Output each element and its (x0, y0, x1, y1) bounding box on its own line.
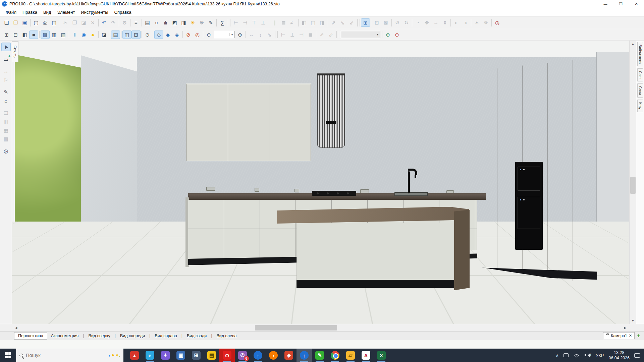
space-evenly-h-button[interactable]: ∥ (270, 18, 279, 27)
add-camera-button[interactable]: + (635, 332, 642, 339)
scroll-up-icon[interactable]: ▲ (630, 41, 636, 47)
start-button[interactable] (0, 349, 16, 362)
view-tab-5[interactable]: Вид справа (151, 333, 180, 339)
view-tab-4[interactable]: Вид спереди (116, 333, 149, 339)
view-shaded-button[interactable]: ■ (29, 31, 38, 39)
find-zoom-button[interactable]: ◎ (1, 146, 11, 155)
contour-tool-button[interactable]: ⌂ (1, 96, 11, 105)
pro100-active-taskbar-button[interactable]: ↑ (297, 349, 312, 362)
snap-edges-button[interactable]: ◇ (154, 31, 163, 39)
dimension-tool-button[interactable]: ↔ (1, 67, 11, 75)
maximize-button[interactable]: ❐ (613, 0, 629, 8)
zoom-in-button[interactable]: ⊕ (235, 31, 245, 39)
camera-lens-button[interactable]: ◉ (79, 31, 88, 39)
grid-floor-button[interactable]: ◫ (122, 31, 131, 39)
menu-3[interactable]: Вид (40, 9, 54, 15)
firefox-taskbar-button[interactable]: ◗ (266, 349, 281, 362)
distribute-bottom-button[interactable]: ⊥ (259, 18, 268, 27)
tilt-left-button[interactable]: ⇗ (317, 31, 326, 39)
add-element-button[interactable]: ▭ (1, 55, 11, 63)
free-rotate-button[interactable]: ◔ (413, 18, 422, 27)
render-burst-button[interactable]: ❋ (197, 18, 206, 27)
rotate-z-button[interactable]: ⇙ (347, 18, 356, 27)
fit-height-button[interactable]: ↕ (256, 31, 265, 39)
paper-preview-button[interactable]: ▤ (111, 31, 120, 39)
price-list-button[interactable]: ∑ (218, 18, 227, 27)
ungroup-button[interactable]: ⊠ (381, 18, 390, 27)
collisions-off-button[interactable]: ⊘ (184, 31, 193, 39)
view-photo-button[interactable]: ▧ (59, 31, 68, 39)
ellipse-tool-button[interactable]: ○ (152, 18, 161, 27)
rotate-y-button[interactable]: ⇘ (338, 18, 347, 27)
distribute-top-button[interactable]: ⊤ (250, 18, 259, 27)
view-tab-2[interactable]: Аксонометрия (47, 333, 83, 339)
scroll-right-icon[interactable]: ▶ (622, 324, 629, 331)
align-left-button[interactable]: ◧ (300, 18, 309, 27)
edge-taskbar-button[interactable]: e (142, 349, 158, 362)
side-tab-kray[interactable]: Kray (637, 100, 643, 112)
view-sketch-button[interactable]: ⊟ (11, 31, 20, 39)
remove-element-scene-button[interactable]: ⊖ (392, 31, 401, 39)
callout-tool-button[interactable]: ⚐ (1, 75, 11, 84)
print-button[interactable]: ⎙ (41, 18, 50, 27)
scroll-down-icon[interactable]: ▼ (630, 317, 636, 324)
excel-taskbar-button[interactable]: X (374, 349, 389, 362)
taskbar-search[interactable]: ✦✦✧• (16, 349, 123, 362)
distribute-left-button[interactable]: ⊢ (231, 18, 240, 27)
tilt-right-button[interactable]: ⇙ (326, 31, 335, 39)
volume-icon[interactable]: ) (585, 353, 591, 358)
calculator-taskbar-button[interactable]: ⊞ (189, 349, 204, 362)
annotate-button[interactable]: ✎ (206, 18, 215, 27)
align-surface-button[interactable]: ◩ (170, 18, 179, 27)
page-setup-button[interactable]: ▢ (32, 18, 41, 27)
tablet-mode-icon[interactable] (564, 353, 569, 357)
sparkle-b-button[interactable]: ✵ (481, 18, 490, 27)
align-edge-button[interactable]: ◨ (179, 18, 188, 27)
distribute-right-button[interactable]: ⊣ (240, 18, 250, 27)
rotate-ccw-button[interactable]: ↺ (393, 18, 402, 27)
vertical-scroll-thumb[interactable] (630, 177, 636, 194)
settings-button[interactable]: ⚙ (120, 18, 129, 27)
menu-1[interactable]: Файл (3, 9, 19, 15)
move-tool-button[interactable]: ✥ (422, 18, 431, 27)
horizontal-scroll-thumb[interactable] (255, 325, 337, 330)
pro100-taskbar-button[interactable]: ↑ (250, 349, 266, 362)
wifi-icon[interactable] (573, 353, 580, 358)
rotate-cw-button[interactable]: ↻ (402, 18, 411, 27)
report-boards-button[interactable]: ▥ (1, 117, 11, 126)
solitaire-taskbar-button[interactable]: ◈ (281, 349, 297, 362)
minimize-button[interactable]: — (598, 0, 613, 8)
sticky-notes-taskbar-button[interactable]: ▤ (204, 349, 219, 362)
menu-6[interactable]: Справка (111, 9, 135, 15)
paste-button[interactable]: ◪ (79, 18, 88, 27)
align2-left-button[interactable]: ⊢ (279, 31, 288, 39)
view-tab-7[interactable]: Вид слева (213, 333, 240, 339)
view-tab-3[interactable]: Вид сверху (85, 333, 114, 339)
close-camera-icon[interactable]: ✕ (629, 334, 632, 338)
close-button[interactable]: ✕ (629, 0, 644, 8)
stretch-button[interactable]: ⇕ (440, 18, 449, 27)
align2-right-button[interactable]: ⊣ (297, 31, 306, 39)
view-colors-button[interactable]: ◧ (20, 31, 29, 39)
file-explorer-taskbar-button[interactable]: ▱ (343, 349, 358, 362)
chrome-taskbar-button[interactable] (327, 349, 343, 362)
light-mode-button[interactable]: ● (88, 31, 97, 39)
menu-5[interactable]: Инструменты (78, 9, 111, 15)
sketchup-taskbar-button[interactable]: ▲ (127, 349, 142, 362)
zoom-out-button[interactable]: ⊖ (204, 31, 213, 39)
grid-full-button[interactable]: ⊞ (131, 31, 141, 39)
align2-top-button[interactable]: ≣ (306, 31, 315, 39)
visibility-button[interactable]: ⊙ (143, 31, 152, 39)
background-toggle-button[interactable]: ◪ (100, 31, 109, 39)
align-center-button[interactable]: ◫ (309, 18, 318, 27)
daylight-button[interactable]: ☀ (188, 18, 197, 27)
tray-chevron-icon[interactable]: ∧ (555, 353, 559, 358)
redo-button[interactable]: ↷ (109, 18, 118, 27)
snap-to-grid-button[interactable]: ⊞ (361, 18, 370, 27)
cut-button[interactable]: ✂ (61, 18, 70, 27)
snap-points-button[interactable]: ◆ (163, 31, 172, 39)
report-summary-button[interactable]: ▧ (1, 134, 11, 143)
scroll-left-icon[interactable]: ◀ (13, 324, 19, 331)
walk-mode-button[interactable]: ‖ (70, 31, 79, 39)
menu-4[interactable]: Элемент (54, 9, 78, 15)
